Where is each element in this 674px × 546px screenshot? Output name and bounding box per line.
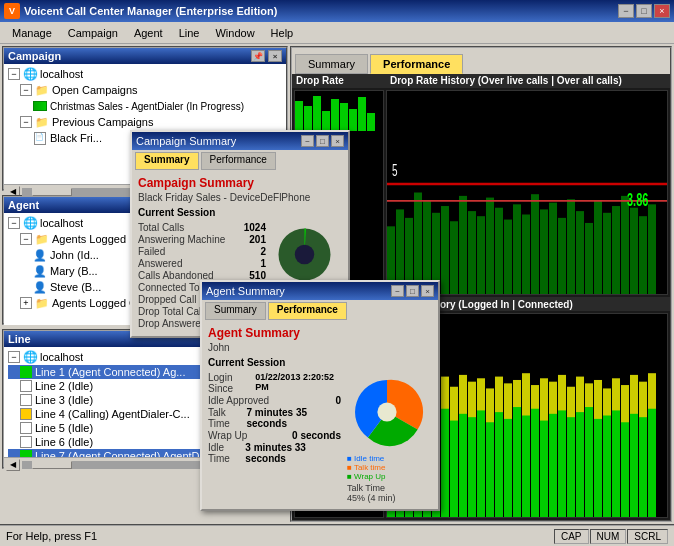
campaign-summary-title-bar: Campaign Summary − □ × <box>132 132 348 150</box>
scroll-thumb[interactable] <box>32 188 72 196</box>
svg-rect-38 <box>639 216 647 294</box>
svg-rect-109 <box>612 410 620 517</box>
svg-rect-25 <box>522 214 530 294</box>
campaign-localhost[interactable]: − 🌐 localhost <box>8 66 282 82</box>
answered-label: Answered <box>138 258 182 269</box>
menu-agent[interactable]: Agent <box>126 25 171 41</box>
prev-campaigns-toggle[interactable]: − <box>20 116 32 128</box>
line-4-label: Line 4 (Calling) AgentDialer-C... <box>35 408 190 420</box>
talk-time-value: 7 minutes 35 seconds <box>246 407 341 429</box>
idle-approved-value: 0 <box>335 395 341 406</box>
stat-idle-approved: Idle Approved 0 <box>208 395 341 406</box>
svg-rect-24 <box>513 204 521 294</box>
line-scroll-thumb[interactable] <box>32 461 72 469</box>
menu-help[interactable]: Help <box>263 25 302 41</box>
svg-rect-103 <box>558 410 566 517</box>
svg-rect-98 <box>513 407 521 517</box>
stat-idle-time: Idle Time 3 minutes 33 seconds <box>208 442 341 464</box>
page-icon: 📄 <box>32 131 48 145</box>
campaign-summary-subheading: Black Friday Sales - DeviceDeFlPhone <box>138 192 342 203</box>
drop-rate-history-svg: 5 3.86 <box>387 91 667 294</box>
toggle-icon[interactable]: − <box>8 68 20 80</box>
svg-rect-7 <box>358 97 366 131</box>
stat-answering-machine: Answering Machine 201 <box>138 234 266 245</box>
campaign-summary-min-btn[interactable]: − <box>301 135 314 147</box>
agent-summary-window: Agent Summary − □ × Summary Performance … <box>200 280 440 511</box>
close-button[interactable]: × <box>654 4 670 18</box>
campaign-summary-max-btn[interactable]: □ <box>316 135 329 147</box>
tab-bar: Summary Performance <box>292 48 670 74</box>
campaign-summary-tab-summary[interactable]: Summary <box>135 152 199 170</box>
campaign-summary-tabs: Summary Performance <box>132 150 348 170</box>
agent-localhost-label: localhost <box>40 217 83 229</box>
svg-rect-36 <box>621 196 629 294</box>
svg-rect-100 <box>531 409 539 517</box>
tab-performance[interactable]: Performance <box>370 54 463 74</box>
line-globe-icon: 🌐 <box>22 350 38 364</box>
campaign-localhost-label: localhost <box>40 68 83 80</box>
dropped-label: Dropped Call <box>138 294 196 305</box>
svg-rect-107 <box>594 419 602 517</box>
agents-out-toggle[interactable]: + <box>20 297 32 309</box>
svg-rect-99 <box>522 416 530 518</box>
agent-summary-close-btn[interactable]: × <box>421 285 434 297</box>
svg-rect-22 <box>495 208 503 294</box>
svg-rect-105 <box>576 412 584 517</box>
agent-summary-title-bar: Agent Summary − □ × <box>202 282 438 300</box>
svg-rect-106 <box>585 407 593 517</box>
scrl-indicator: SCRL <box>627 529 668 544</box>
agent-mary-label: Mary (B... <box>50 265 98 277</box>
agent-john-label: John (Id... <box>50 249 99 261</box>
svg-rect-96 <box>495 412 503 517</box>
campaign-christmas-label: Christmas Sales - AgentDialer (In Progre… <box>50 101 244 112</box>
maximize-button[interactable]: □ <box>636 4 652 18</box>
svg-rect-27 <box>540 209 548 294</box>
prev-folder-icon: 📁 <box>34 115 50 129</box>
open-campaigns-toggle[interactable]: − <box>20 84 32 96</box>
open-campaigns-folder[interactable]: − 📁 Open Campaigns <box>8 82 282 98</box>
campaign-pin-button[interactable]: 📌 <box>251 50 265 62</box>
svg-rect-93 <box>468 417 476 517</box>
menu-manage[interactable]: Manage <box>4 25 60 41</box>
campaign-item-christmas[interactable]: Christmas Sales - AgentDialer (In Progre… <box>8 98 282 114</box>
campaign-summary-close-btn[interactable]: × <box>331 135 344 147</box>
agent-summary-min-btn[interactable]: − <box>391 285 404 297</box>
minimize-button[interactable]: − <box>618 4 634 18</box>
svg-rect-1 <box>304 106 312 131</box>
agent-steve-label: Steve (B... <box>50 281 101 293</box>
menu-window[interactable]: Window <box>207 25 262 41</box>
agents-logged-in-label: Agents Logged In <box>52 233 138 245</box>
agents-in-toggle[interactable]: − <box>20 233 32 245</box>
line-toggle[interactable]: − <box>8 351 20 363</box>
svg-text:3.86: 3.86 <box>627 189 648 210</box>
campaign-summary-tab-perf[interactable]: Performance <box>201 152 276 170</box>
open-campaigns-label: Open Campaigns <box>52 84 138 96</box>
svg-rect-31 <box>576 211 584 294</box>
prev-campaigns-label: Previous Campaigns <box>52 116 154 128</box>
svg-rect-102 <box>549 414 557 517</box>
agent-summary-max-btn[interactable]: □ <box>406 285 419 297</box>
agent-toggle[interactable]: − <box>8 217 20 229</box>
help-text: For Help, press F1 <box>6 530 97 542</box>
app-icon: V <box>4 3 20 19</box>
svg-rect-18 <box>459 196 467 294</box>
total-calls-value: 1024 <box>244 222 266 233</box>
agent-globe-icon: 🌐 <box>22 216 38 230</box>
svg-rect-92 <box>459 414 467 517</box>
menu-campaign[interactable]: Campaign <box>60 25 126 41</box>
svg-rect-6 <box>349 109 357 131</box>
campaign-icon <box>32 99 48 113</box>
agent-summary-tab-perf[interactable]: Performance <box>268 302 347 320</box>
drop-rate-history-chart-label: Drop Rate History (Over live calls | Ove… <box>390 75 622 87</box>
svg-rect-0 <box>295 101 303 131</box>
svg-rect-20 <box>477 216 485 294</box>
tab-summary[interactable]: Summary <box>295 54 368 74</box>
line-scroll-left-btn[interactable]: ◀ <box>6 459 20 471</box>
menu-line[interactable]: Line <box>171 25 208 41</box>
window-controls: − □ × <box>618 4 670 18</box>
svg-point-116 <box>377 402 396 421</box>
agent-summary-tab-summary[interactable]: Summary <box>205 302 266 320</box>
previous-campaigns-folder[interactable]: − 📁 Previous Campaigns <box>8 114 282 130</box>
campaign-close-button[interactable]: × <box>268 50 282 62</box>
svg-rect-30 <box>567 199 575 294</box>
